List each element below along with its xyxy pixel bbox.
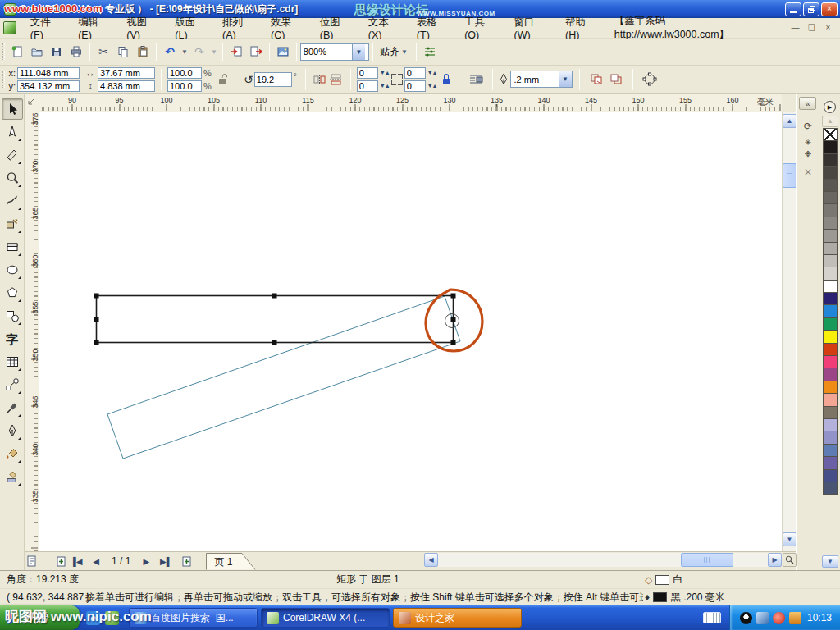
color-swatch-14[interactable] <box>823 304 838 317</box>
interactive-blend-tool[interactable] <box>2 374 23 395</box>
task-button-shejizhijia[interactable]: 设计之家 <box>393 608 522 628</box>
undo-button[interactable]: ↶ <box>160 42 180 62</box>
color-swatch-12[interactable] <box>823 280 838 293</box>
ie-quicklaunch-icon[interactable]: e <box>86 611 100 625</box>
last-page-button[interactable]: ▶▌ <box>158 554 173 568</box>
doc-minimize-button[interactable]: — <box>788 22 802 34</box>
color-swatch-8[interactable] <box>823 229 838 242</box>
scroll-down-button[interactable]: ▼ <box>783 532 797 546</box>
table-tool[interactable] <box>2 351 23 372</box>
scroll-right-button[interactable]: ▶ <box>768 553 782 567</box>
rotation-angle-field[interactable] <box>254 72 292 87</box>
paste-button[interactable] <box>133 42 153 62</box>
polygon-tool[interactable] <box>2 282 23 304</box>
ruler-origin[interactable] <box>25 94 39 112</box>
wrap-paragraph-text-button[interactable] <box>467 70 486 89</box>
open-button[interactable] <box>27 42 47 62</box>
tray-icon-red[interactable] <box>773 612 785 624</box>
color-swatch-15[interactable] <box>823 317 838 331</box>
scroll-up-button[interactable]: ▲ <box>783 114 797 128</box>
palette-scroll-up[interactable]: ▲ <box>822 116 838 127</box>
color-swatch-6[interactable] <box>823 203 838 217</box>
mirror-horizontal-button[interactable] <box>312 71 328 88</box>
corner-radius-left-top[interactable] <box>357 67 378 79</box>
zoom-navigator-button[interactable] <box>783 553 797 567</box>
add-page-end-button[interactable] <box>180 554 194 568</box>
first-page-button[interactable]: ▐◀ <box>69 554 84 568</box>
close-button[interactable]: × <box>821 2 838 16</box>
corner-radius-right-top[interactable] <box>404 67 426 79</box>
color-swatch-16[interactable] <box>823 330 838 343</box>
object-height-field[interactable] <box>98 80 155 92</box>
previous-page-button[interactable]: ◀ <box>89 554 103 568</box>
save-button[interactable] <box>47 42 66 62</box>
selected-rectangle[interactable] <box>97 296 454 343</box>
pick-tool[interactable] <box>2 98 23 120</box>
vertical-ruler[interactable]: 375370365360355350345340335 <box>25 112 39 551</box>
color-swatch-22[interactable] <box>823 406 838 419</box>
application-launcher-button[interactable] <box>273 42 293 62</box>
color-swatch-27[interactable] <box>823 469 838 482</box>
selection-handles[interactable] <box>94 294 456 345</box>
to-front-button[interactable] <box>587 70 606 89</box>
color-swatch-7[interactable] <box>823 217 838 230</box>
corner-radius-right-bottom[interactable] <box>404 80 426 92</box>
add-page-start-button[interactable] <box>54 554 69 568</box>
horizontal-ruler[interactable]: 9095100105110115120125130135140145150155… <box>39 94 782 112</box>
network-tray-icon[interactable] <box>756 612 769 624</box>
cut-button[interactable]: ✂ <box>94 42 113 62</box>
rotate-docker-icon[interactable]: ⟳ <box>801 120 815 133</box>
smart-fill-tool[interactable] <box>2 213 23 235</box>
print-button[interactable] <box>66 42 86 62</box>
color-swatch-10[interactable] <box>823 254 838 267</box>
fill-indicator[interactable]: ◇ 白 <box>645 573 682 587</box>
quicklaunch-icon[interactable] <box>105 611 119 625</box>
palette-scroll-down[interactable]: ▼ <box>822 555 838 568</box>
text-tool[interactable]: 字 <box>2 328 23 349</box>
color-swatch-1[interactable] <box>823 140 838 153</box>
x-position-field[interactable] <box>17 67 80 79</box>
zoom-level-input[interactable] <box>301 45 352 59</box>
eyedropper-tool[interactable] <box>2 397 23 418</box>
horizontal-scrollbar[interactable] <box>438 553 768 567</box>
outline-pen-tool[interactable] <box>2 420 23 441</box>
color-swatch-28[interactable] <box>823 482 838 495</box>
horizontal-scroll-thumb[interactable] <box>681 553 733 567</box>
round-corners-together-lock[interactable] <box>442 74 451 84</box>
outline-width-dropdown-arrow[interactable]: ▼ <box>559 71 572 87</box>
fill-tool[interactable] <box>2 443 23 464</box>
object-width-field[interactable] <box>98 67 155 79</box>
zoom-level-combo[interactable]: ▼ <box>300 43 369 61</box>
outline-width-combo[interactable]: .2 mm ▼ <box>510 71 573 88</box>
zoom-tool[interactable] <box>2 167 23 189</box>
color-swatch-2[interactable] <box>823 153 838 167</box>
undo-dropdown[interactable]: ▼ <box>180 48 189 56</box>
color-swatch-13[interactable] <box>823 292 838 305</box>
task-button-coreldraw[interactable]: CorelDRAW X4 (... <box>261 608 390 628</box>
vertical-scrollbar[interactable]: ▲ ▼ <box>782 112 796 551</box>
page-tab[interactable]: 页 1 <box>206 553 257 570</box>
color-swatch-25[interactable] <box>823 444 838 457</box>
collapse-docker-button[interactable]: « <box>799 97 816 110</box>
ellipse-tool[interactable] <box>2 259 23 281</box>
rotated-rectangle-preview[interactable] <box>107 296 460 459</box>
new-document-button[interactable] <box>7 42 27 62</box>
color-swatch-20[interactable] <box>823 381 838 394</box>
redo-dropdown[interactable]: ▼ <box>209 48 219 56</box>
color-swatch-3[interactable] <box>823 166 838 179</box>
freehand-tool[interactable] <box>2 190 23 212</box>
color-swatch-19[interactable] <box>823 368 838 381</box>
start-button[interactable]: 开始 <box>0 605 80 630</box>
palette-flyout-button[interactable]: ▶ <box>824 101 836 113</box>
restore-button[interactable] <box>803 2 819 16</box>
color-swatch-17[interactable] <box>823 343 838 356</box>
tray-icon-orange[interactable] <box>789 612 801 624</box>
export-button[interactable] <box>246 42 266 62</box>
color-swatch-23[interactable] <box>823 418 838 431</box>
rectangle-tool[interactable] <box>2 236 23 258</box>
corner-radius-left-bottom[interactable] <box>357 80 378 92</box>
to-back-button[interactable] <box>606 70 626 89</box>
redo-button[interactable]: ↷ <box>189 42 209 62</box>
next-page-button[interactable]: ▶ <box>139 554 153 568</box>
input-method-icon[interactable] <box>703 612 721 623</box>
